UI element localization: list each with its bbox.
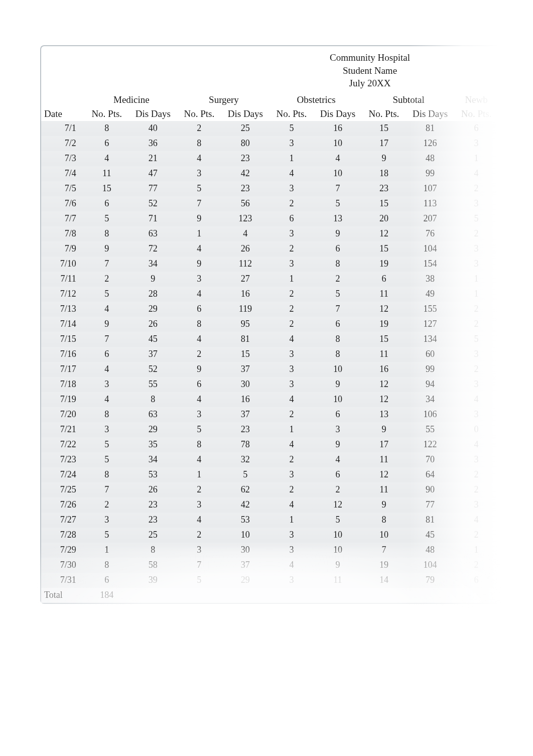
cell-ob-pts: 2 (270, 482, 313, 497)
cell-ob-pts: 4 (270, 558, 313, 573)
table-row: 7/24853153612642 (41, 467, 498, 482)
cell-sub-days: 122 (406, 437, 455, 452)
cell-sur-pts: 9 (178, 211, 221, 226)
cell-newb-pts: 2 (455, 362, 498, 377)
cell-newb-pts: 6 (455, 121, 498, 136)
cell-sub-pts: 15 (362, 332, 406, 347)
cell-newb-pts: 2 (455, 482, 498, 497)
cell-date: 7/24 (41, 467, 85, 482)
cell-date: 7/20 (41, 407, 85, 422)
cell-sub-pts: 23 (362, 181, 406, 196)
table-row: 7/1129327126381 (41, 272, 498, 287)
cell-sur-pts: 3 (178, 543, 221, 558)
cell-date: 7/2 (41, 136, 85, 151)
cell-ob-pts: 1 (270, 422, 313, 437)
table-row: 7/125284162511491 (41, 287, 498, 302)
cell-sub-days: 127 (406, 317, 455, 332)
cell-sub-days: 38 (406, 272, 455, 287)
cell-med-days: 45 (128, 332, 178, 347)
cell-sur-days: 27 (221, 272, 270, 287)
cell-ob-pts: 3 (270, 543, 313, 558)
cell-sur-pts: 3 (178, 407, 221, 422)
cell-med-pts: 6 (85, 347, 128, 362)
cell-ob-days: 10 (313, 166, 362, 181)
cell-sur-days: 30 (221, 377, 270, 392)
cell-ob-days: 9 (313, 558, 362, 573)
cell-ob-pts: 3 (270, 362, 313, 377)
cell-med-days: 8 (128, 543, 178, 558)
cell-ob-pts: 1 (270, 513, 313, 528)
cell-sub-days: 60 (406, 347, 455, 362)
cell-sur-days: 123 (221, 211, 270, 226)
total-label: Total (41, 588, 85, 603)
cell-sub-days: 134 (406, 332, 455, 347)
table-row: 7/21329523139550 (41, 422, 498, 437)
cell-med-days: 29 (128, 422, 178, 437)
cell-ob-days: 6 (313, 407, 362, 422)
col-group-surgery: Surgery (178, 93, 270, 107)
cell-sur-pts: 4 (178, 151, 221, 166)
cell-sub-pts: 15 (362, 196, 406, 211)
cell-ob-days: 10 (313, 392, 362, 407)
cell-newb-pts: 3 (455, 241, 498, 257)
cell-sub-days: 106 (406, 407, 455, 422)
col-ob-pts: No. Pts. (270, 107, 313, 121)
cell-ob-pts: 5 (270, 121, 313, 136)
cell-sub-days: 81 (406, 513, 455, 528)
cell-sur-pts: 4 (178, 332, 221, 347)
cell-med-days: 34 (128, 452, 178, 467)
student-name: Student Name (242, 64, 498, 77)
cell-date: 7/22 (41, 437, 85, 452)
hospital-name: Community Hospital (242, 51, 498, 64)
cell-newb-pts: 2 (455, 467, 498, 482)
cell-ob-days: 12 (313, 497, 362, 513)
cell-sub-days: 154 (406, 257, 455, 272)
col-date: Date (41, 107, 85, 121)
cell-sur-days: 30 (221, 543, 270, 558)
cell-sur-days: 112 (221, 257, 270, 272)
cell-ob-pts: 4 (270, 392, 313, 407)
cell-sur-pts: 7 (178, 558, 221, 573)
cell-med-pts: 9 (85, 317, 128, 332)
cell-date: 7/14 (41, 317, 85, 332)
table-row: 7/8863143912762 (41, 226, 498, 241)
col-sub-pts: No. Pts. (362, 107, 406, 121)
table-row: 7/5157752337231072 (41, 181, 498, 196)
cell-sub-pts: 18 (362, 166, 406, 181)
cell-sub-days: 99 (406, 166, 455, 181)
cell-sur-pts: 3 (178, 272, 221, 287)
cell-sub-days: 99 (406, 362, 455, 377)
cell-sur-pts: 2 (178, 528, 221, 543)
total-empty-cell (455, 588, 498, 603)
cell-sub-pts: 12 (362, 226, 406, 241)
cell-sub-days: 79 (406, 573, 455, 588)
cell-ob-pts: 1 (270, 151, 313, 166)
cell-sur-days: 29 (221, 573, 270, 588)
cell-newb-pts: 2 (455, 317, 498, 332)
cell-date: 7/8 (41, 226, 85, 241)
cell-ob-days: 5 (313, 287, 362, 302)
cell-date: 7/27 (41, 513, 85, 528)
cell-sur-days: 4 (221, 226, 270, 241)
cell-sub-days: 70 (406, 452, 455, 467)
cell-med-days: 47 (128, 166, 178, 181)
cell-sur-pts: 1 (178, 226, 221, 241)
cell-newb-pts: 3 (455, 196, 498, 211)
cell-med-days: 9 (128, 272, 178, 287)
col-sur-days: Dis Days (221, 107, 270, 121)
cell-med-pts: 8 (85, 558, 128, 573)
cell-newb-pts: 2 (455, 181, 498, 196)
cell-med-days: 52 (128, 196, 178, 211)
cell-sur-pts: 8 (178, 317, 221, 332)
cell-sur-days: 26 (221, 241, 270, 257)
cell-sub-days: 107 (406, 181, 455, 196)
cell-sur-days: 42 (221, 497, 270, 513)
cell-date: 7/17 (41, 362, 85, 377)
cell-sur-pts: 8 (178, 437, 221, 452)
cell-newb-pts: 4 (455, 513, 498, 528)
cell-ob-days: 6 (313, 467, 362, 482)
total-empty-cell (128, 588, 178, 603)
cell-ob-days: 10 (313, 136, 362, 151)
cell-sur-days: 5 (221, 467, 270, 482)
cell-date: 7/18 (41, 377, 85, 392)
